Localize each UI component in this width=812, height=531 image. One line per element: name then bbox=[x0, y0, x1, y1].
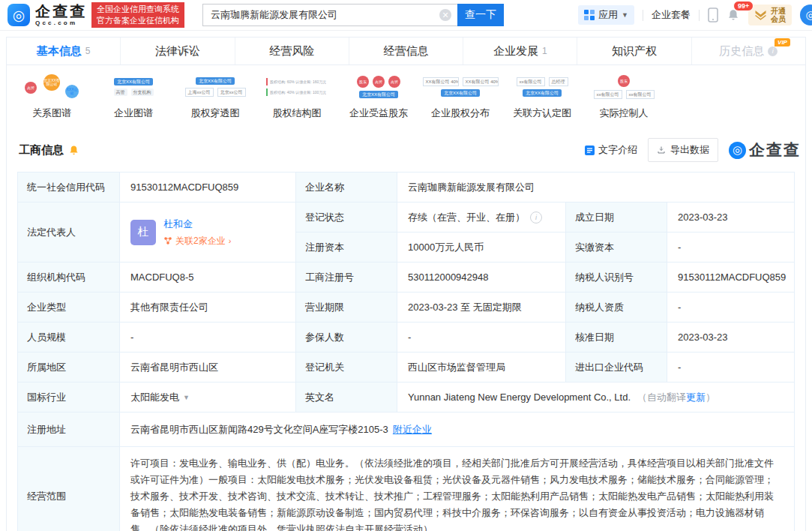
field-label: 进出口企业代码 bbox=[566, 352, 667, 382]
field-label: 注册地址 bbox=[18, 412, 120, 447]
mini-tag: XX有限公司 40% bbox=[463, 77, 499, 86]
field-label: 纳税人资质 bbox=[566, 292, 667, 322]
shortcut-company-graph[interactable]: 北京XX有限公司 高管 分支机构 企业图谱 bbox=[100, 72, 166, 120]
notifications-icon[interactable]: 99+ bbox=[727, 8, 740, 22]
field-label: 法定代表人 bbox=[18, 202, 120, 262]
tab-company-development[interactable]: 企业发展 1 bbox=[463, 38, 577, 64]
related-companies-link[interactable]: 关联2家企业 › bbox=[163, 235, 231, 248]
section-tools: 文字介绍 导出数据 ◎ 企查查 bbox=[585, 138, 795, 162]
top-header: ◎ 企查查 Qcc.com 全国企业信用查询系统 官方备案企业征信机构 ✕ 查一… bbox=[0, 0, 812, 31]
relation-graph-thumb: 高管 北京XX有限公司 XXX公司 bbox=[19, 72, 85, 102]
mini-tag: 总经理 bbox=[549, 77, 568, 86]
shortcut-equity-penetration[interactable]: 北京XX有限公司 上海xx公司 北京xx公司 股权穿透图 bbox=[182, 72, 248, 120]
mini-tag: XX有限公司 40% bbox=[423, 77, 459, 86]
apps-menu[interactable]: 应用 ▼ bbox=[578, 5, 634, 25]
shortcut-actual-controller[interactable]: 股东 xx有限公司 xx有限公司 实际控制人 bbox=[591, 72, 657, 120]
badge-line2: 官方备案企业征信机构 bbox=[97, 15, 179, 26]
enterprise-package-link[interactable]: 企业套餐 bbox=[652, 8, 691, 22]
business-info-table: 统一社会信用代码 91530112MACDFUQ859 企业名称 云南珈腾新能源… bbox=[17, 172, 795, 531]
business-scope-text: 许可项目：发电业务、输电业务、供（配）电业务。（依法须经批准的项目，经相关部门批… bbox=[120, 447, 794, 531]
vip-line1: 开通 bbox=[771, 7, 786, 15]
update-translation-link[interactable]: 更新 bbox=[686, 392, 706, 403]
mini-node: 股东 bbox=[357, 76, 369, 88]
badge-line1: 全国企业信用查询系统 bbox=[97, 4, 179, 15]
mini-tag: 高管 bbox=[114, 88, 127, 96]
field-value: Yunnan Jiateng New Energy Development Co… bbox=[397, 382, 794, 412]
search-button[interactable]: 查一下 bbox=[457, 4, 504, 26]
registration-status: 存续（在营、开业、在册） bbox=[408, 211, 525, 224]
mini-tag: 上海xx公司 bbox=[185, 88, 214, 97]
equity-distribution-thumb: XX有限公司 40% XX有限公司 40% 北京XX有限公司 bbox=[427, 72, 493, 102]
shortcut-related-party[interactable]: xx有限公司 总经理 北京XX有限公司 关联方认定图 bbox=[509, 72, 575, 120]
field-label: 所属地区 bbox=[18, 352, 120, 382]
shortcut-relation-graph[interactable]: 高管 北京XX有限公司 XXX公司 关系图谱 bbox=[19, 72, 85, 120]
field-label: 工商注册号 bbox=[296, 262, 397, 292]
related-companies-label: 关联2家企业 bbox=[175, 235, 226, 248]
legal-rep-avatar[interactable]: 杜 bbox=[130, 220, 156, 245]
table-row: 法定代表人 杜 杜和金 关联2家企业 › 登记状态 存续（在营、开业、在册） bbox=[18, 202, 794, 262]
mini-tag: xx有限公司 bbox=[626, 90, 655, 99]
search-input[interactable] bbox=[202, 4, 457, 26]
legal-sub-grid: 登记状态 存续（在营、开业、在册） i 成立日期 2023-03-23 注册资本… bbox=[296, 202, 794, 262]
nearby-companies-link[interactable]: 附近企业 bbox=[393, 423, 432, 436]
shortcut-label: 股权结构图 bbox=[273, 106, 322, 120]
mini-text: 股权结构: 60% 认缴金额: 160万元 bbox=[270, 80, 326, 84]
english-name: Yunnan Jiateng New Energy Development Co… bbox=[408, 392, 631, 403]
mini-node: 高管 bbox=[25, 82, 37, 94]
tab-legal-litigation[interactable]: 法律诉讼 bbox=[121, 38, 235, 64]
beneficial-shareholders-thumb: 股东 高管 高管 北京XX有限公司 bbox=[346, 72, 412, 102]
field-label: 成立日期 bbox=[566, 202, 667, 232]
vip-icon bbox=[754, 10, 767, 20]
tab-label: 基本信息 bbox=[37, 44, 82, 58]
divider bbox=[643, 10, 643, 21]
field-label: 登记状态 bbox=[296, 202, 397, 232]
qcc-logo-cn: 企查查 bbox=[35, 4, 87, 19]
shortcut-equity-structure[interactable]: 股权结构: 60% 认缴金额: 160万元 股权结构: 40% 认缴金额: 10… bbox=[264, 72, 330, 120]
table-row: 注册资本 10000万元人民币 实缴资本 - bbox=[296, 232, 794, 262]
tab-basic-info[interactable]: 基本信息 5 bbox=[7, 38, 121, 64]
auto-translate-note: （自动翻译更新） bbox=[637, 391, 715, 404]
field-label: 国标行业 bbox=[18, 382, 120, 412]
tab-operation-risk[interactable]: 经营风险 bbox=[235, 38, 349, 64]
notification-badge: 99+ bbox=[733, 1, 754, 11]
table-row: 统一社会信用代码 91530112MACDFUQ859 企业名称 云南珈腾新能源… bbox=[18, 172, 794, 202]
chevron-down-icon[interactable]: ▼ bbox=[183, 394, 190, 401]
text-intro-button[interactable]: 文字介绍 bbox=[585, 143, 637, 157]
mini-tag: 北京XX有限公司 bbox=[523, 89, 562, 97]
shortcut-equity-distribution[interactable]: XX有限公司 40% XX有限公司 40% 北京XX有限公司 企业股权分布 bbox=[427, 72, 493, 120]
qcc-logo[interactable]: ◎ 企查查 Qcc.com bbox=[7, 4, 87, 26]
field-label: 英文名 bbox=[296, 382, 397, 412]
shortcut-label: 企业股权分布 bbox=[431, 106, 490, 120]
mini-tag: 北京XX有限公司 bbox=[114, 78, 153, 86]
field-value: - bbox=[120, 322, 296, 352]
divider bbox=[699, 10, 700, 21]
field-value: 91530112MACDFUQ859 bbox=[120, 172, 296, 202]
field-label: 纳税人识别号 bbox=[566, 262, 667, 292]
tab-history-info[interactable]: VIP 历史信息 i bbox=[692, 38, 805, 64]
equity-penetration-thumb: 北京XX有限公司 上海xx公司 北京xx公司 bbox=[182, 72, 248, 102]
shortcut-label: 关联方认定图 bbox=[513, 106, 571, 120]
mobile-app-icon[interactable] bbox=[708, 8, 718, 22]
mini-node: 北京XX有限公司 bbox=[43, 74, 60, 91]
field-value: - bbox=[397, 322, 566, 352]
text-intro-label: 文字介绍 bbox=[598, 143, 637, 157]
tab-intellectual-property[interactable]: 知识产权 bbox=[577, 38, 691, 64]
vip-upgrade-button[interactable]: 开通 会员 bbox=[748, 4, 792, 26]
field-label: 统一社会信用代码 bbox=[18, 172, 120, 202]
info-icon[interactable]: i bbox=[768, 46, 778, 56]
mini-tag: xx有限公司 bbox=[517, 77, 545, 86]
shortcut-beneficial-shareholders[interactable]: 股东 高管 高管 北京XX有限公司 企业受益股东 bbox=[346, 72, 412, 120]
info-icon[interactable]: i bbox=[530, 212, 542, 224]
tab-operation-info[interactable]: 经营信息 bbox=[349, 38, 463, 64]
clear-icon[interactable]: ✕ bbox=[439, 9, 451, 21]
shortcut-label: 企业受益股东 bbox=[349, 106, 408, 120]
equity-structure-thumb: 股权结构: 60% 认缴金额: 160万元 股权结构: 40% 认缴金额: 10… bbox=[264, 72, 330, 102]
field-value: MACDFUQ8-5 bbox=[120, 262, 296, 292]
export-data-button[interactable]: 导出数据 bbox=[648, 138, 718, 162]
tab-label: 法律诉讼 bbox=[155, 44, 200, 58]
user-avatar[interactable]: ◎ bbox=[800, 4, 812, 26]
subscribe-bell-icon[interactable] bbox=[69, 145, 79, 156]
credit-system-badge: 全国企业信用查询系统 官方备案企业征信机构 bbox=[91, 2, 184, 28]
legal-rep-name-link[interactable]: 杜和金 bbox=[163, 218, 231, 231]
company-detail-card: 基本信息 5 法律诉讼 经营风险 经营信息 企业发展 1 知识产权 VIP 历史… bbox=[6, 37, 806, 531]
